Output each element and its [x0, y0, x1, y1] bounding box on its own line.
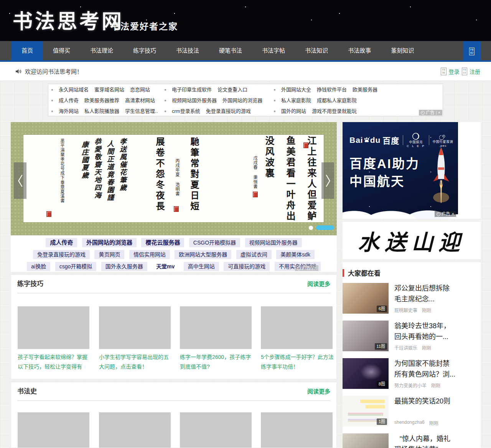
sponsored-link[interactable]: crm登录系统: [172, 106, 200, 116]
tag-link[interactable]: 免登录直接玩的游戏: [33, 250, 90, 259]
hot-list-item[interactable]: 8图 为何国家不能封禁 所有黄色网站？浏... 努力变美的小羊 刚刚: [343, 358, 481, 390]
sponsored-link[interactable]: 论文查重入口: [217, 84, 247, 95]
tag-link[interactable]: 美颜美体sdk: [276, 250, 315, 259]
sponsored-link[interactable]: 蜜芽域名网站: [94, 84, 124, 95]
seal-stamp: [174, 206, 179, 212]
search-button[interactable]: F002: [463, 41, 481, 62]
nav-item-hard-pen[interactable]: 硬笔书法: [209, 41, 252, 60]
tag-link[interactable]: 樱花云服务器: [141, 238, 184, 247]
sponsored-link[interactable]: 电子印章生成软件: [172, 84, 212, 95]
calligraphy-banner[interactable]: 水送山迎: [343, 222, 481, 259]
sponsored-link[interactable]: 高清素材网站: [125, 95, 155, 106]
section-title: 书法史: [17, 388, 37, 395]
article-thumbnail-placeholder[interactable]: [261, 306, 333, 349]
ad-label-badge[interactable]: 广告 ×: [419, 110, 442, 116]
site-title: 书法思考网: [13, 5, 124, 34]
calligraphy-banner-text: 水送山迎: [358, 225, 465, 256]
sponsored-link[interactable]: 免登录直接玩的游戏: [206, 106, 251, 116]
tag-link-highlighted[interactable]: 天堂mv: [152, 262, 179, 271]
sponsored-link[interactable]: 恋恋网站: [130, 84, 150, 95]
carousel-prev-button[interactable]: [14, 162, 26, 199]
carousel-next-button[interactable]: [321, 162, 334, 199]
tag-link[interactable]: 外国网站的浏览器: [82, 238, 137, 247]
account-links: F090 登录 F044 注册: [441, 62, 480, 81]
tag-link[interactable]: 高中生网站: [184, 262, 219, 271]
ad-eye-icon: [297, 266, 301, 270]
nav-item-home[interactable]: 首页: [12, 41, 43, 62]
hot-list-item[interactable]: 6图 邓公复出后想拆除 毛主席纪念... 屁桃聊史事 刚刚: [343, 283, 481, 314]
sponsored-link[interactable]: 永久网站域名: [59, 84, 89, 95]
nav-item-seal-carving[interactable]: 篆刻知识: [381, 41, 424, 60]
bullet-icon: [51, 89, 53, 91]
article-thumbnail-placeholder[interactable]: [99, 306, 171, 349]
sponsored-link[interactable]: 私人家庭影院: [281, 95, 311, 106]
sponsored-link[interactable]: 游戏不用登录就能玩: [312, 106, 357, 116]
tag-link[interactable]: 视频网站国外服务器: [245, 238, 302, 247]
hot-list-item[interactable]: 11图 翁美玲去世38年， 回头再看她的一... 千珏讲娱乐 刚刚: [343, 321, 481, 352]
tag-link[interactable]: 可直接玩的游戏: [224, 262, 270, 271]
baidu-ad[interactable]: Bai du 百度 中国探月 C L E P: [343, 122, 458, 219]
article-thumbnail-placeholder[interactable]: [180, 412, 252, 448]
calligraphy-column: 人間正道竟春園謹: [105, 140, 115, 202]
read-more-link[interactable]: 阅读更多: [307, 382, 330, 400]
article-title[interactable]: 练字一年学费2600，孩子练字到底值不值?: [180, 352, 254, 372]
article-title[interactable]: 5个步骤练成一手好字？此方法练字事半功倍！: [261, 352, 334, 372]
sponsored-link[interactable]: 欧美服务器: [353, 84, 377, 95]
calligraphy-artwork[interactable]: 江上往来人但爱鲈 鱼美君看一叶舟出 没风波裏 戊戌春 秉恒書 馳筆常對夏日短 展…: [23, 134, 324, 223]
article-thumbnail-placeholder[interactable]: [18, 306, 89, 349]
article-thumbnail-placeholder[interactable]: [18, 412, 89, 448]
hot-item-text: 邓公复出后想拆除 毛主席纪念... 屁桃聊史事 刚刚: [394, 283, 467, 314]
close-icon[interactable]: ×: [438, 110, 440, 116]
close-icon[interactable]: ×: [452, 211, 454, 217]
register-link[interactable]: 注册: [470, 68, 480, 75]
article-thumbnail-placeholder[interactable]: [261, 412, 333, 448]
close-icon[interactable]: ×: [314, 265, 316, 271]
sponsored-link[interactable]: 外国网站的浏览器: [222, 95, 262, 106]
sponsored-link[interactable]: 欧美服务器推荐: [84, 95, 119, 106]
moon-logo-icon: [412, 132, 420, 141]
carousel-dot[interactable]: [309, 226, 313, 230]
nav-item-copybooks[interactable]: 书法字帖: [252, 41, 295, 60]
login-link[interactable]: 登录: [449, 68, 460, 75]
sponsored-link[interactable]: 私人影院播放器: [84, 106, 119, 116]
ad-eye-icon: [421, 111, 425, 115]
nav-item-techniques[interactable]: 书法技法: [166, 41, 209, 60]
nav-item-knowledge[interactable]: 书法知识: [295, 41, 338, 60]
nav-item-practice-skills[interactable]: 练字技巧: [123, 41, 166, 60]
sponsored-link[interactable]: 成都私人家庭影院: [317, 95, 357, 106]
register-icon: F044: [462, 68, 467, 75]
ad-label-badge[interactable]: 广告 ×: [295, 265, 318, 271]
tag-link[interactable]: 成人传奇: [46, 238, 77, 247]
tag-link[interactable]: csgo开箱模拟: [55, 262, 97, 271]
sponsored-link[interactable]: 外国网站大全: [281, 84, 311, 95]
sponsored-link[interactable]: 国外的网站: [281, 106, 306, 116]
calligraphy-column: 恭愛敬齋天地四海: [92, 138, 102, 199]
chevron-right-icon: [325, 174, 331, 188]
sponsored-link[interactable]: 视频网站国外服务器: [172, 95, 217, 106]
article-title[interactable]: 孩子写字看起来软绵绵？掌握以下技巧，轻松让字变得有: [18, 352, 91, 372]
sponsored-link[interactable]: 海外网站: [59, 106, 79, 116]
tag-link[interactable]: 虚拟试衣间: [236, 250, 272, 259]
sponsored-link[interactable]: 挣钱软件平台: [317, 84, 347, 95]
article-thumbnail-placeholder[interactable]: [99, 412, 171, 448]
sponsored-link[interactable]: 成人传奇: [59, 95, 79, 106]
ad-label-badge[interactable]: 广告 ×: [435, 211, 456, 217]
nav-item-worth-buying[interactable]: 值得买: [43, 41, 80, 60]
seal-stamp: [253, 192, 258, 197]
hot-list-item[interactable]: 1图 最搞笑的笑话20则 shendongzha6 刚刚: [343, 396, 481, 427]
tag-link[interactable]: 欧洲网站大型服务器: [175, 250, 231, 259]
tag-links: 成人传奇 外国网站的浏览器 樱花云服务器 CSGO开箱模拟器 视频网站国外服务器…: [11, 235, 337, 271]
article-title[interactable]: 小学生初学写字容易出现的五大问题，点击查看！: [99, 352, 173, 372]
nav-item-stories[interactable]: 书法故事: [338, 41, 381, 60]
sponsored-link[interactable]: 学生信息管理..: [125, 106, 158, 116]
hot-list-item[interactable]: “惊人内幕，婚礼 现场集体涉黄”...: [343, 433, 481, 448]
tag-link[interactable]: 情侣实用网站: [129, 250, 170, 259]
article-thumbnail-placeholder[interactable]: [180, 306, 252, 349]
tag-link[interactable]: 黄页网页: [94, 250, 124, 259]
nav-item-theory[interactable]: 书法理论: [80, 41, 123, 60]
carousel-dot-active[interactable]: [316, 225, 334, 230]
read-more-link[interactable]: 阅读更多: [307, 275, 330, 293]
tag-link[interactable]: 国外永久服务器: [101, 262, 147, 271]
tag-link[interactable]: ai换脸: [27, 262, 50, 271]
tag-link[interactable]: CSGO开箱模拟器: [189, 238, 240, 247]
